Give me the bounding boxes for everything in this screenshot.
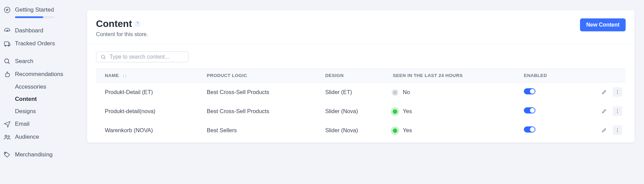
status-dot-icon — [393, 128, 397, 133]
sidebar-item-content[interactable]: Content — [15, 93, 78, 105]
more-button[interactable] — [613, 106, 622, 116]
main: Content ? Content for this store. New Co… — [78, 0, 644, 184]
card-header: Content ? Content for this store. New Co… — [87, 10, 634, 44]
svg-point-14 — [617, 92, 618, 92]
sidebar-item-audience[interactable]: Audience — [0, 131, 78, 143]
sidebar-item-label: Content — [15, 96, 37, 103]
cell-logic: Best Cross-Sell Products — [204, 82, 322, 102]
enabled-toggle[interactable] — [524, 126, 535, 133]
audience-icon — [3, 133, 15, 141]
content-table: Name ↓↑ Product Logic Design Seen in the… — [96, 68, 626, 140]
svg-point-16 — [617, 109, 618, 110]
svg-point-20 — [617, 130, 618, 131]
col-name-label: Name — [105, 73, 119, 78]
getting-started-progress — [0, 16, 78, 19]
sidebar-item-accessories[interactable]: Accessories — [15, 81, 78, 93]
cell-logic: Best Sellers — [204, 121, 322, 140]
svg-point-0 — [4, 7, 10, 13]
content-card: Content ? Content for this store. New Co… — [87, 10, 634, 142]
cell-name: Warenkorb (NOVA) — [96, 121, 204, 140]
table-row[interactable]: Produkt-detail(nova) Best Cross-Sell Pro… — [96, 102, 626, 121]
svg-point-10 — [5, 153, 6, 154]
compass-icon — [3, 6, 15, 14]
sidebar-item-label: Recommendations — [15, 71, 63, 78]
svg-marker-1 — [6, 9, 8, 11]
sidebar-item-label: Dashboard — [15, 27, 43, 34]
more-button[interactable] — [613, 125, 622, 135]
sidebar-item-label: Merchandising — [15, 151, 53, 158]
col-design[interactable]: Design — [322, 69, 389, 82]
send-icon — [3, 120, 15, 128]
sidebar: Getting Started Dashboard Tracked Orders… — [0, 0, 78, 184]
edit-button[interactable] — [599, 106, 609, 116]
col-name[interactable]: Name ↓↑ — [96, 69, 204, 82]
dashboard-icon — [3, 27, 15, 34]
cell-name: Produkt-Detail (ET) — [96, 82, 204, 102]
svg-point-17 — [617, 111, 618, 111]
svg-line-12 — [104, 58, 105, 59]
cell-design: Slider (Nova) — [322, 121, 389, 140]
sidebar-item-dashboard[interactable]: Dashboard — [0, 24, 78, 37]
page-title: Content — [96, 18, 132, 29]
sidebar-item-label: Accessories — [15, 83, 46, 90]
col-product-logic[interactable]: Product Logic — [204, 69, 322, 82]
enabled-toggle[interactable] — [524, 88, 535, 94]
sidebar-item-label: Search — [15, 58, 33, 65]
sidebar-item-label: Getting Started — [15, 6, 54, 13]
svg-point-6 — [5, 59, 9, 63]
svg-point-21 — [617, 132, 618, 132]
svg-line-7 — [8, 62, 10, 64]
more-button[interactable] — [613, 87, 622, 97]
cell-design: Slider (Nova) — [322, 102, 389, 121]
svg-point-4 — [5, 45, 6, 46]
search-input[interactable] — [110, 54, 184, 60]
edit-button[interactable] — [599, 125, 609, 135]
enabled-toggle[interactable] — [524, 107, 535, 113]
tag-icon — [3, 151, 15, 158]
cell-name: Produkt-detail(nova) — [96, 102, 204, 121]
svg-point-15 — [617, 93, 618, 94]
svg-point-13 — [617, 90, 618, 91]
sidebar-item-merchandising[interactable]: Merchandising — [0, 148, 78, 161]
col-seen[interactable]: Seen in the last 24 hours — [389, 69, 520, 82]
sidebar-item-email[interactable]: Email — [0, 118, 78, 131]
edit-button[interactable] — [599, 87, 609, 97]
sidebar-item-search[interactable]: Search — [0, 55, 78, 68]
status-dot-icon — [393, 90, 397, 95]
cell-logic: Best Cross-Sell Products — [204, 102, 322, 121]
sort-icon: ↓↑ — [123, 73, 127, 78]
col-enabled[interactable]: Enabled — [520, 69, 572, 82]
svg-point-9 — [8, 136, 10, 137]
cell-seen: Yes — [389, 102, 520, 121]
svg-point-11 — [101, 55, 104, 58]
svg-rect-3 — [4, 42, 9, 46]
sidebar-item-label: Audience — [15, 134, 39, 140]
thumbs-up-icon — [3, 71, 15, 78]
help-icon[interactable]: ? — [135, 21, 140, 27]
sidebar-item-label: Tracked Orders — [15, 40, 55, 47]
sidebar-item-label: Designs — [15, 108, 36, 115]
sidebar-item-label: Email — [15, 121, 30, 127]
sidebar-item-tracked-orders[interactable]: Tracked Orders — [0, 37, 78, 50]
orders-icon — [3, 40, 15, 47]
search-icon — [100, 54, 106, 60]
sidebar-item-recommendations[interactable]: Recommendations — [0, 68, 78, 81]
cell-enabled — [520, 82, 572, 102]
search-box[interactable] — [96, 51, 189, 62]
cell-enabled — [520, 121, 572, 140]
svg-point-18 — [617, 112, 618, 113]
new-content-button[interactable]: New Content — [580, 18, 626, 31]
cell-enabled — [520, 102, 572, 121]
sidebar-item-getting-started[interactable]: Getting Started — [0, 3, 78, 16]
cell-design: Slider (ET) — [322, 82, 389, 102]
table-row[interactable]: Produkt-Detail (ET) Best Cross-Sell Prod… — [96, 82, 626, 102]
cell-seen: No — [389, 82, 520, 102]
svg-point-8 — [5, 135, 7, 137]
svg-point-5 — [8, 45, 9, 46]
table-row[interactable]: Warenkorb (NOVA) Best Sellers Slider (No… — [96, 121, 626, 140]
cell-seen: Yes — [389, 121, 520, 140]
search-icon — [3, 58, 15, 65]
sidebar-item-designs[interactable]: Designs — [15, 105, 78, 118]
page-subtitle: Content for this store. — [96, 31, 148, 37]
status-dot-icon — [393, 109, 397, 114]
